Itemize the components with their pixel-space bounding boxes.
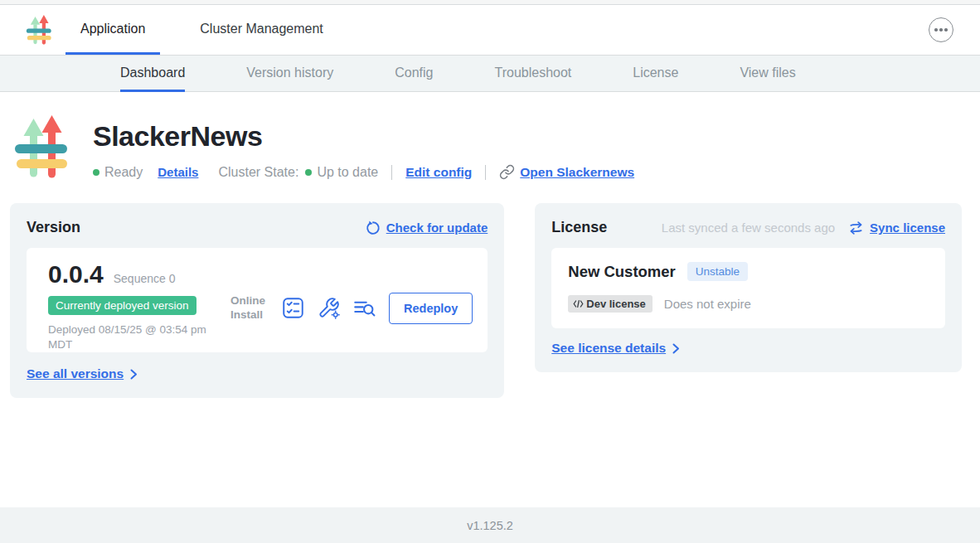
cluster-state-label: Cluster State: bbox=[218, 165, 298, 180]
logs-lines-magnifier-icon[interactable] bbox=[353, 297, 376, 319]
tab-dashboard-label: Dashboard bbox=[120, 65, 185, 80]
sync-arrows-icon bbox=[848, 221, 864, 235]
divider bbox=[485, 165, 486, 180]
currently-deployed-badge: Currently deployed version bbox=[48, 296, 196, 315]
see-license-details-label: See license details bbox=[551, 341, 666, 356]
sequence-label: Sequence 0 bbox=[114, 272, 176, 285]
page-title: SlackerNews bbox=[93, 120, 634, 153]
tab-troubleshoot[interactable]: Troubleshoot bbox=[494, 56, 571, 92]
tab-license-label: License bbox=[633, 65, 678, 80]
cluster-state-dot-icon bbox=[305, 169, 312, 176]
tab-dashboard[interactable]: Dashboard bbox=[120, 56, 185, 92]
chevron-right-icon bbox=[672, 343, 680, 354]
see-all-versions-link[interactable]: See all versions bbox=[27, 366, 488, 381]
code-brackets-icon bbox=[573, 299, 584, 308]
console-version-label: v1.125.2 bbox=[467, 519, 513, 532]
config-wrench-gear-icon[interactable] bbox=[318, 297, 340, 319]
slackernews-arrows-hash-logo-icon bbox=[12, 114, 71, 180]
ellipsis-menu-icon[interactable] bbox=[929, 17, 953, 42]
version-card-title: Version bbox=[27, 219, 80, 236]
license-card-title: License bbox=[551, 219, 607, 236]
cluster-state-value: Up to date bbox=[317, 165, 378, 180]
preflight-checklist-icon[interactable] bbox=[282, 297, 304, 319]
version-card: Version Check for update 0.0.4 Sequence … bbox=[10, 203, 504, 398]
license-expiry: Does not expire bbox=[664, 297, 751, 311]
see-license-details-link[interactable]: See license details bbox=[551, 341, 945, 356]
main-nav-right bbox=[929, 5, 980, 55]
dashboard-cards: Version Check for update 0.0.4 Sequence … bbox=[0, 180, 980, 398]
open-app-link[interactable]: Open Slackernews bbox=[499, 164, 634, 180]
open-app-link-label: Open Slackernews bbox=[520, 165, 634, 180]
tab-license[interactable]: License bbox=[633, 56, 678, 92]
tab-troubleshoot-label: Troubleshoot bbox=[494, 65, 571, 80]
see-all-versions-label: See all versions bbox=[27, 366, 124, 381]
tab-view-files[interactable]: View files bbox=[740, 56, 795, 92]
current-version-box: 0.0.4 Sequence 0 Currently deployed vers… bbox=[27, 248, 488, 352]
channel-badge: Unstable bbox=[687, 262, 748, 281]
nav-tab-application-label: Application bbox=[80, 22, 145, 36]
nav-tab-cluster-management[interactable]: Cluster Management bbox=[185, 5, 338, 55]
nav-tab-cluster-management-label: Cluster Management bbox=[200, 22, 323, 36]
app-header: SlackerNews Ready Details Cluster State:… bbox=[0, 92, 980, 180]
customer-name: New Customer bbox=[568, 263, 676, 281]
check-for-update-label: Check for update bbox=[386, 221, 488, 235]
install-type-label: Online Install bbox=[230, 294, 269, 322]
main-nav-tabs: Application Cluster Management bbox=[65, 5, 338, 55]
app-logo-small bbox=[25, 14, 53, 46]
last-synced-label: Last synced a few seconds ago bbox=[662, 221, 835, 235]
version-number: 0.0.4 bbox=[48, 260, 104, 288]
refresh-icon bbox=[366, 221, 381, 235]
license-type-badge-label: Dev license bbox=[586, 298, 646, 310]
chevron-right-icon bbox=[130, 369, 138, 380]
tab-version-history[interactable]: Version history bbox=[246, 56, 333, 92]
deployed-timestamp: Deployed 08/15/25 @ 03:54 pm MDT bbox=[48, 322, 230, 352]
nav-tab-application[interactable]: Application bbox=[65, 5, 160, 55]
app-sub-nav: Dashboard Version history Config Trouble… bbox=[0, 56, 980, 92]
sync-license-label: Sync license bbox=[870, 221, 945, 235]
app-status-row: Ready Details Cluster State: Up to date … bbox=[93, 164, 634, 180]
ready-status-label: Ready bbox=[104, 165, 143, 180]
admin-console-screen: Application Cluster Management Dashboard… bbox=[0, 0, 980, 543]
tab-version-history-label: Version history bbox=[246, 65, 333, 80]
license-detail-box: New Customer Unstable Dev license Does n… bbox=[551, 248, 945, 328]
main-nav: Application Cluster Management bbox=[0, 5, 980, 56]
slackernews-arrows-hash-logo-icon bbox=[25, 14, 53, 46]
sync-license-link[interactable]: Sync license bbox=[848, 221, 945, 235]
license-card: License Last synced a few seconds ago Sy… bbox=[535, 203, 962, 372]
ready-status-dot-icon bbox=[93, 169, 99, 176]
tab-view-files-label: View files bbox=[740, 65, 795, 80]
edit-config-link[interactable]: Edit config bbox=[405, 165, 472, 180]
check-for-update-link[interactable]: Check for update bbox=[366, 221, 488, 235]
divider bbox=[391, 165, 392, 180]
tab-config-label: Config bbox=[395, 65, 433, 80]
details-link[interactable]: Details bbox=[158, 165, 198, 179]
footer-bar: v1.125.2 bbox=[0, 507, 980, 543]
chain-link-icon bbox=[499, 164, 515, 180]
redeploy-button[interactable]: Redeploy bbox=[389, 293, 473, 324]
app-logo-large bbox=[12, 114, 71, 180]
tab-config[interactable]: Config bbox=[395, 56, 433, 92]
license-type-badge: Dev license bbox=[568, 295, 653, 313]
